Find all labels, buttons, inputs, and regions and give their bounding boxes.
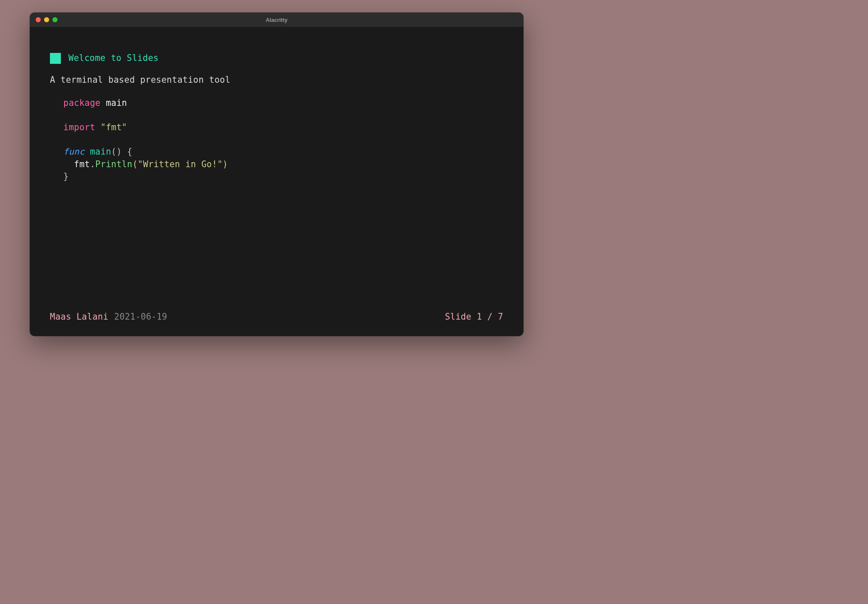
keyword-package: package <box>63 98 101 108</box>
code-line: func main() { <box>63 146 503 158</box>
identifier-main: main <box>101 98 127 108</box>
titlebar: Alacritty <box>30 13 523 27</box>
blank-line <box>63 134 503 146</box>
slide-heading: Welcome to Slides <box>68 52 159 65</box>
code-line: package main <box>63 97 503 110</box>
slide-date: 2021-06-19 <box>114 311 167 323</box>
punct-dot: . <box>90 159 95 169</box>
terminal-body[interactable]: Welcome to Slides A terminal based prese… <box>30 27 523 336</box>
code-block: package main import "fmt" func main() { … <box>50 97 503 183</box>
close-button[interactable] <box>36 17 41 22</box>
code-line: fmt.Println("Written in Go!") <box>63 158 503 171</box>
maximize-button[interactable] <box>52 17 58 22</box>
punct: () { <box>111 147 133 157</box>
slide-heading-row: Welcome to Slides <box>50 52 503 65</box>
heading-block-icon <box>50 53 61 64</box>
terminal-window: Alacritty Welcome to Slides A terminal b… <box>30 13 523 336</box>
traffic-lights <box>30 17 58 22</box>
window-title: Alacritty <box>30 17 523 23</box>
status-bar: Maas Lalani 2021-06-19 Slide 1 / 7 <box>50 311 503 323</box>
identifier-fmt: fmt <box>63 159 90 169</box>
slide-subtitle: A terminal based presentation tool <box>50 74 503 87</box>
author-name: Maas Lalani <box>50 311 108 323</box>
func-call-println: Println <box>95 159 133 169</box>
status-left: Maas Lalani 2021-06-19 <box>50 311 167 323</box>
blank-line <box>63 110 503 121</box>
code-line: } <box>63 171 503 183</box>
func-name-main: main <box>85 147 111 157</box>
string-fmt: "fmt" <box>95 122 127 132</box>
punct-close: } <box>63 171 69 181</box>
slide-position: Slide 1 / 7 <box>445 311 503 323</box>
keyword-import: import <box>63 122 95 132</box>
minimize-button[interactable] <box>44 17 49 22</box>
code-line: import "fmt" <box>63 121 503 134</box>
string-arg: ("Written in Go!") <box>132 159 228 169</box>
keyword-func: func <box>63 147 85 157</box>
